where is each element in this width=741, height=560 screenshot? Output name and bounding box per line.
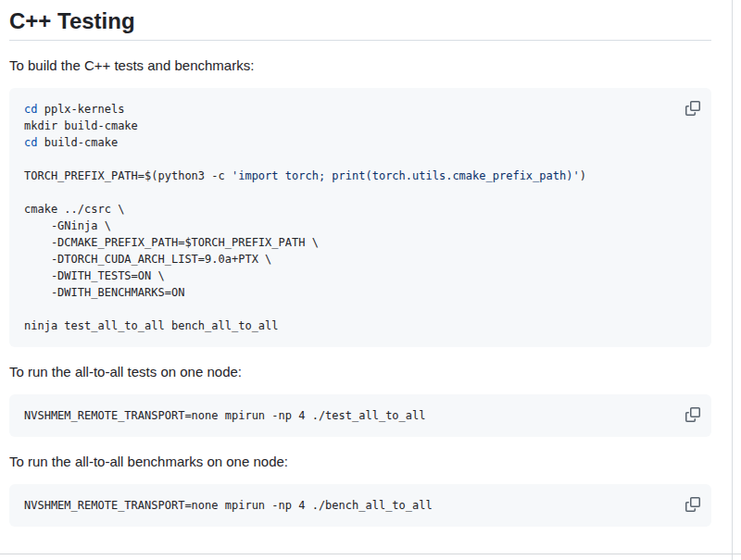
code-content-benchmarks: NVSHMEM_REMOTE_TRANSPORT=none mpirun -np… — [24, 497, 697, 514]
copy-button[interactable] — [684, 495, 702, 514]
copy-icon — [685, 101, 700, 116]
code-block-benchmarks: NVSHMEM_REMOTE_TRANSPORT=none mpirun -np… — [9, 484, 711, 527]
markdown-body: C++ Testing To build the C++ tests and b… — [9, 0, 711, 541]
readme-page: C++ Testing To build the C++ tests and b… — [0, 0, 741, 560]
intro-paragraph-build: To build the C++ tests and benchmarks: — [9, 56, 711, 75]
code-block-tests: NVSHMEM_REMOTE_TRANSPORT=none mpirun -np… — [9, 394, 711, 437]
copy-button[interactable] — [684, 405, 702, 424]
page-bottom-border — [0, 554, 741, 554]
copy-icon — [685, 497, 700, 512]
code-content-tests: NVSHMEM_REMOTE_TRANSPORT=none mpirun -np… — [24, 407, 697, 424]
code-block-build: cd pplx-kernelsmkdir build-cmakecd build… — [9, 88, 711, 347]
code-content-build: cd pplx-kernelsmkdir build-cmakecd build… — [24, 101, 697, 334]
copy-icon — [685, 407, 700, 422]
intro-paragraph-benchmarks: To run the all-to-all benchmarks on one … — [9, 452, 711, 471]
page-title: C++ Testing — [9, 8, 711, 41]
copy-button[interactable] — [684, 99, 702, 118]
page-right-border — [732, 0, 733, 560]
intro-paragraph-tests: To run the all-to-all tests on one node: — [9, 362, 711, 381]
